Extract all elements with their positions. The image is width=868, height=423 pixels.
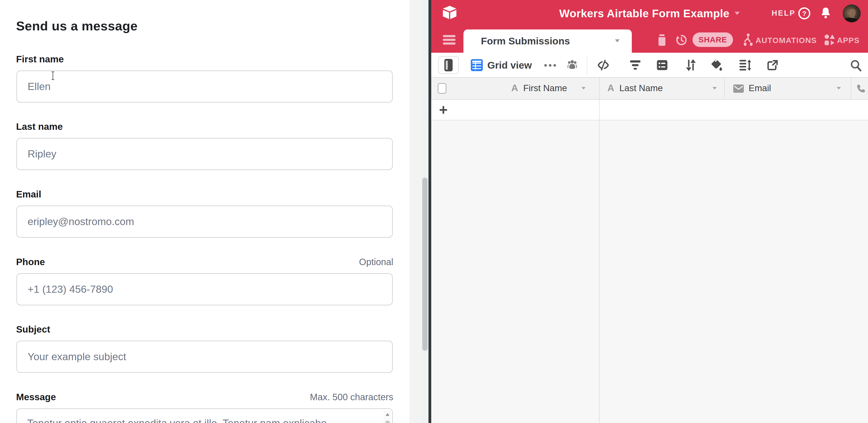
- grid-empty-area: [431, 120, 868, 423]
- message-max-chars-hint: Max. 500 characters: [310, 392, 393, 402]
- view-toolbar: Grid view: [431, 53, 868, 78]
- filter-icon[interactable]: [629, 60, 641, 71]
- base-title: Workers Airtable Form Example: [559, 7, 729, 20]
- view-more-icon[interactable]: [544, 64, 557, 67]
- subject-input[interactable]: [16, 341, 393, 373]
- column-header-last-name[interactable]: Last Name: [619, 83, 663, 93]
- column-header-first-name[interactable]: First Name: [523, 83, 567, 93]
- email-label: Email: [16, 189, 41, 200]
- airtable-menubar: Form Submissions SHARE AUTOMATIONS: [431, 27, 868, 53]
- first-name-label: First name: [16, 54, 64, 65]
- column-divider[interactable]: [724, 78, 725, 100]
- scroll-up-arrow-icon[interactable]: [386, 413, 390, 416]
- user-avatar[interactable]: [843, 4, 861, 22]
- text-field-type-icon: A: [511, 83, 518, 93]
- last-name-label: Last name: [16, 121, 63, 132]
- hide-fields-icon[interactable]: [597, 59, 609, 71]
- column-caret-icon[interactable]: [581, 87, 586, 90]
- text-cursor-icon: [51, 71, 55, 80]
- column-caret-icon[interactable]: [712, 87, 717, 90]
- message-label: Message: [16, 392, 56, 402]
- color-icon[interactable]: [710, 59, 722, 71]
- phone-optional-hint: Optional: [359, 257, 393, 267]
- collaborators-icon[interactable]: [566, 59, 579, 71]
- notifications-bell-icon[interactable]: [820, 7, 831, 20]
- apps-label[interactable]: APPS: [837, 36, 860, 45]
- help-link[interactable]: HELP: [772, 9, 796, 18]
- add-record-row[interactable]: +: [431, 100, 868, 120]
- base-title-caret-icon: [734, 11, 740, 16]
- view-name[interactable]: Grid view: [487, 60, 532, 71]
- trash-icon[interactable]: [657, 34, 667, 46]
- view-sidebar-toggle-button[interactable]: [438, 56, 459, 74]
- share-button[interactable]: SHARE: [692, 32, 733, 47]
- phone-field-type-icon: [856, 84, 866, 94]
- automations-icon[interactable]: [742, 33, 754, 47]
- sort-icon[interactable]: [685, 59, 696, 71]
- select-all-checkbox[interactable]: [438, 83, 446, 94]
- history-icon[interactable]: [676, 34, 687, 47]
- row-height-icon[interactable]: [739, 59, 751, 71]
- page-scrollbar-thumb[interactable]: [422, 178, 428, 351]
- message-placeholder: Tenetur optio quaerat expedita vera et i…: [27, 417, 327, 423]
- pane-divider: [429, 0, 431, 423]
- column-divider[interactable]: [599, 78, 599, 100]
- last-name-input[interactable]: [16, 138, 393, 170]
- subject-label: Subject: [16, 324, 50, 335]
- message-textarea[interactable]: Tenetur optio quaerat expedita vera et i…: [16, 408, 393, 423]
- automations-label[interactable]: AUTOMATIONS: [755, 36, 817, 45]
- table-tab-caret-icon: [615, 39, 620, 42]
- grid-header-row: A First Name A Last Name Email P: [431, 78, 868, 100]
- email-field-type-icon: [733, 84, 744, 93]
- grid-column-line: [599, 120, 599, 423]
- svg-text:?: ?: [802, 10, 807, 17]
- airtable-pane: Workers Airtable Form Example HELP ?: [431, 0, 868, 423]
- share-view-icon[interactable]: [767, 59, 778, 71]
- column-header-email[interactable]: Email: [749, 83, 771, 93]
- toolbar-divider: [587, 56, 587, 74]
- add-record-plus-icon[interactable]: +: [439, 103, 447, 117]
- group-icon[interactable]: [656, 59, 668, 71]
- column-divider[interactable]: [851, 78, 851, 100]
- column-caret-icon[interactable]: [836, 87, 841, 90]
- text-field-type-icon: A: [608, 83, 614, 93]
- grid-column-line: [599, 100, 599, 120]
- email-input[interactable]: [16, 206, 393, 238]
- apps-icon[interactable]: [824, 34, 836, 46]
- search-icon[interactable]: [850, 59, 862, 71]
- contact-form-pane: Send us a message First name Last name E…: [0, 0, 410, 423]
- table-tab-form-submissions[interactable]: Form Submissions: [463, 29, 632, 53]
- table-tab-label: Form Submissions: [481, 35, 570, 47]
- first-name-input[interactable]: [16, 70, 393, 103]
- form-title: Send us a message: [16, 19, 137, 33]
- textarea-scrollbar[interactable]: [384, 410, 391, 423]
- airtable-logo-icon[interactable]: [442, 5, 457, 19]
- hamburger-menu-icon[interactable]: [442, 34, 456, 45]
- phone-input[interactable]: [16, 273, 393, 305]
- textarea-scroll-thumb[interactable]: [385, 420, 390, 423]
- share-button-label: SHARE: [699, 35, 727, 44]
- airtable-topbar: Workers Airtable Form Example HELP ?: [431, 0, 868, 27]
- grid-view-icon: [471, 59, 483, 71]
- sidebar-panel-icon: [444, 59, 453, 71]
- phone-label: Phone: [16, 256, 45, 267]
- help-circle-icon[interactable]: ?: [798, 7, 811, 20]
